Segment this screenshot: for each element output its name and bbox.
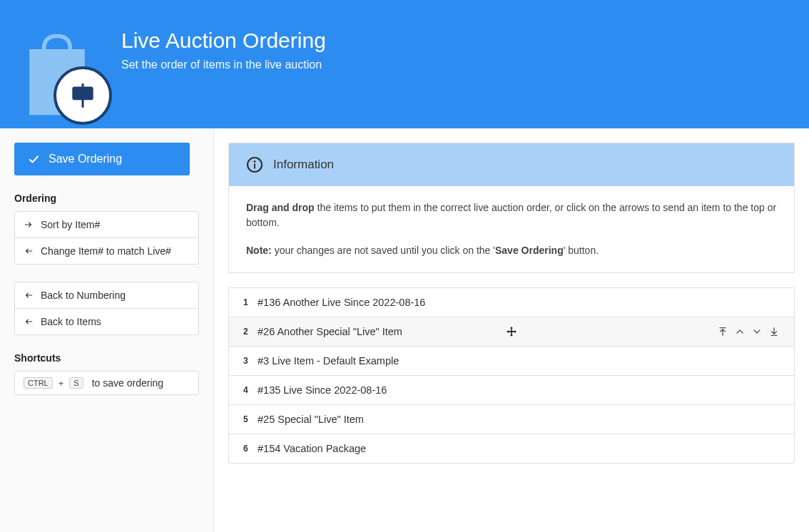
info-panel-body: Drag and drop the items to put them in t… — [229, 186, 794, 272]
list-item[interactable]: 4#135 Live Since 2022-08-16 — [229, 376, 794, 405]
item-number: 2 — [243, 327, 258, 337]
header-text: Live Auction Ordering Set the order of i… — [121, 21, 326, 71]
item-number: 6 — [243, 444, 258, 454]
sort-by-item-label: Sort by Item# — [41, 219, 100, 230]
info-paragraph-2: Note: your changes are not saved until y… — [246, 243, 777, 258]
item-label: #26 Another Special "Live" Item — [258, 326, 402, 337]
svg-rect-2 — [81, 83, 83, 108]
info-icon — [246, 156, 263, 173]
back-to-items-label: Back to Items — [41, 316, 101, 327]
page-subtitle: Set the order of items in the live aucti… — [121, 58, 326, 71]
item-number: 3 — [243, 356, 258, 366]
kbd-s: S — [69, 377, 83, 389]
save-ordering-button[interactable]: Save Ordering — [14, 143, 190, 175]
kbd-plus: + — [58, 378, 64, 389]
item-label: #135 Live Since 2022-08-16 — [258, 384, 387, 396]
main-content: Information Drag and drop the items to p… — [214, 128, 809, 532]
header-logo — [21, 21, 100, 121]
arrow-left-icon — [24, 246, 34, 256]
list-item[interactable]: 6#154 Vacation Package — [229, 434, 794, 463]
back-to-numbering-button[interactable]: Back to Numbering — [14, 282, 199, 309]
item-label: #136 Another Live Since 2022-08-16 — [258, 297, 425, 308]
svg-point-4 — [254, 160, 256, 163]
info-paragraph-1: Drag and drop the items to put them in t… — [246, 200, 777, 230]
info-panel-header: Information — [229, 143, 794, 186]
item-number: 1 — [243, 297, 258, 307]
list-item[interactable]: 2#26 Another Special "Live" Item — [229, 317, 794, 347]
save-button-label: Save Ordering — [49, 153, 122, 165]
move-to-bottom-icon[interactable] — [768, 326, 780, 337]
sidebar: Save Ordering Ordering Sort by Item# Cha… — [0, 128, 214, 532]
item-label: #154 Vacation Package — [258, 443, 366, 454]
move-down-icon[interactable] — [751, 326, 763, 337]
list-item[interactable]: 1#136 Another Live Since 2022-08-16 — [229, 288, 794, 317]
page-header: Live Auction Ordering Set the order of i… — [0, 0, 809, 128]
svg-rect-5 — [254, 164, 255, 169]
item-number: 5 — [243, 414, 258, 424]
info-panel: Information Drag and drop the items to p… — [228, 143, 795, 273]
list-item[interactable]: 3#3 Live Item - Default Example — [229, 347, 794, 376]
auction-sign-icon — [54, 66, 112, 125]
item-number: 4 — [243, 385, 258, 395]
item-label: #3 Live Item - Default Example — [258, 355, 399, 367]
change-item-to-live-label: Change Item# to match Live# — [41, 245, 171, 257]
move-to-top-icon[interactable] — [717, 326, 728, 337]
item-list: 1#136 Another Live Since 2022-08-162#26 … — [228, 287, 795, 464]
back-to-items-button[interactable]: Back to Items — [14, 309, 199, 335]
page-title: Live Auction Ordering — [121, 29, 326, 53]
shortcuts-section-label: Shortcuts — [14, 352, 199, 364]
check-icon — [27, 153, 40, 165]
change-item-to-live-button[interactable]: Change Item# to match Live# — [14, 238, 199, 265]
item-label: #25 Special "Live" Item — [258, 414, 364, 425]
ordering-section-label: Ordering — [14, 193, 199, 204]
move-cursor-icon — [506, 326, 517, 337]
shortcut-description: to save ordering — [92, 377, 163, 389]
move-up-icon[interactable] — [734, 326, 746, 337]
arrow-right-icon — [24, 220, 34, 230]
arrow-left-icon — [24, 290, 34, 300]
info-panel-title: Information — [273, 158, 334, 172]
back-to-numbering-label: Back to Numbering — [41, 290, 126, 301]
sort-by-item-button[interactable]: Sort by Item# — [14, 211, 199, 238]
row-arrow-controls — [717, 326, 780, 337]
arrow-left-icon — [24, 317, 34, 327]
kbd-ctrl: CTRL — [24, 377, 53, 389]
list-item[interactable]: 5#25 Special "Live" Item — [229, 405, 794, 434]
shortcut-item: CTRL + S to save ordering — [14, 371, 199, 395]
